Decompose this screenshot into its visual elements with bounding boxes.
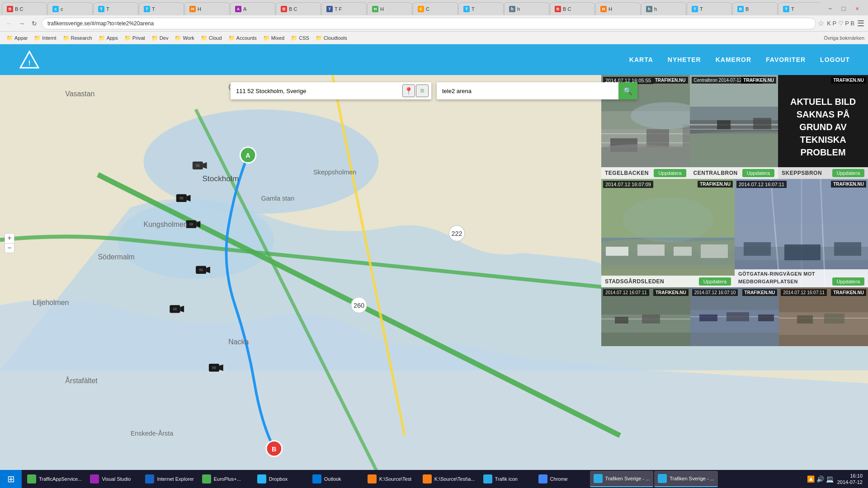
taskbar-item-4[interactable]: Dropbox <box>254 471 308 487</box>
bookmark-appar[interactable]: 📁Appar <box>4 34 30 42</box>
tab-t13[interactable]: BB C <box>550 2 595 15</box>
camera-centralbron[interactable]: Centralbron 2014-07-12 16:06:19 TRAFIKEN… <box>690 75 778 179</box>
taskbar-item-6[interactable]: K:\Source\Test <box>364 471 418 487</box>
taskbar-item-10[interactable]: Trafiken Sverige - ... <box>590 471 654 487</box>
tab-t8[interactable]: TT F <box>321 2 367 15</box>
taskbar-item-2[interactable]: Internet Explorer <box>142 471 197 487</box>
nav-logout[interactable]: LOGOUT <box>820 56 850 63</box>
close-button[interactable]: × <box>852 3 863 14</box>
camera-skeppsbron[interactable]: TRAFIKEN.NU AKTUELL BILD SAKNAS PÅ GRUND… <box>778 75 868 179</box>
camera-stadsgardsleden-update[interactable]: Uppdatera <box>699 277 731 286</box>
site-logo[interactable]: ! <box>18 48 41 71</box>
tab-label: T <box>472 6 499 12</box>
menu-icon[interactable]: ☰ <box>857 19 864 28</box>
taskbar-item-5[interactable]: Outlook <box>309 471 363 487</box>
bookmark-icon[interactable]: ☆ <box>818 19 824 28</box>
zoom-out-button[interactable]: − <box>5 243 14 253</box>
camera-bottom-3[interactable]: 2014.07.12 16:07:11 TRAFIKEN.NU <box>779 287 868 346</box>
tab-t4[interactable]: TT <box>139 2 184 15</box>
tab-t1[interactable]: BB C <box>2 2 47 15</box>
bookmark-dev[interactable]: 📁Dev <box>149 34 171 42</box>
taskbar-item-7[interactable]: K:\Source\Test\a... <box>419 471 479 487</box>
nav-karta[interactable]: KARTA <box>629 56 653 63</box>
tab-favicon: T <box>144 6 150 12</box>
taskbar-item-label: Chrome <box>550 476 568 482</box>
location-icon-button[interactable]: 📍 <box>402 84 415 97</box>
bookmarks-overflow[interactable]: Övriga bokmärken <box>824 35 864 41</box>
bookmark-label: Internt <box>42 35 56 41</box>
taskbar-start-button[interactable]: ⊞ <box>0 470 22 488</box>
taskbar-item-8[interactable]: Trafik icon <box>480 471 534 487</box>
tab-t9[interactable]: HH <box>367 2 412 15</box>
tab-t18[interactable]: TT <box>778 2 821 15</box>
forward-button[interactable]: → <box>16 18 27 29</box>
tab-t14[interactable]: HH <box>595 2 641 15</box>
tab-t2[interactable]: cc <box>47 2 93 15</box>
nav-favoriter[interactable]: FAVORITER <box>766 56 806 63</box>
maximize-button[interactable]: □ <box>838 3 849 14</box>
camera-tegelbacken-update[interactable]: Uppdatera <box>654 169 686 177</box>
tab-t15[interactable]: hh <box>641 2 686 15</box>
taskbar-item-9[interactable]: Chrome <box>535 471 589 487</box>
tab-t7[interactable]: BB C <box>276 2 321 15</box>
back-button[interactable]: ← <box>4 18 14 29</box>
camera-stadsgardsleden-watermark: TRAFIKEN.NU <box>698 181 733 188</box>
tab-label: H <box>380 6 407 12</box>
taskbar-item-label: K:\Source\Test\a... <box>434 476 475 482</box>
tab-label: H <box>609 6 636 12</box>
taskbar-clock[interactable]: 16:10 2014-07-12 <box>837 473 863 486</box>
camera-bottom1-watermark: TRAFIKEN.NU <box>653 289 689 296</box>
camera-bottom-1[interactable]: 2014.07.12 16:07:11 TRAFIKEN.NU <box>601 287 690 346</box>
tab-t3[interactable]: TT <box>93 2 138 15</box>
camera-gotgatan[interactable]: 2014.07.12 16:07:11 TRAFIKEN.NU GÖTGATAN… <box>735 179 868 287</box>
location-search-input[interactable] <box>231 88 400 94</box>
bookmark-cloudtools[interactable]: 📁Cloudtools <box>313 34 350 42</box>
taskbar-item-1[interactable]: Visual Studio <box>86 471 141 487</box>
tab-t12[interactable]: hh <box>504 2 549 15</box>
notification-icons: 🔼 🔊 💻 <box>807 475 834 483</box>
taskbar-app-icon <box>594 474 603 483</box>
website: ! KARTA NYHETER KAMEROR FAVORITER LOGOUT <box>0 44 868 470</box>
search-go-button[interactable]: 🔍 <box>618 82 637 99</box>
address-bar[interactable] <box>42 18 816 29</box>
bookmark-cloud[interactable]: 📁Cloud <box>198 34 225 42</box>
svg-text:Stockholm: Stockholm <box>203 174 239 183</box>
bookmark-privat[interactable]: 📁Privat <box>122 34 148 42</box>
svg-text:!: ! <box>28 59 31 66</box>
tab-favicon: B <box>7 6 13 12</box>
camera-skeppsbron-update[interactable]: Uppdatera <box>832 169 864 177</box>
camera-gotgatan-update[interactable]: Uppdatera <box>832 277 864 286</box>
taskbar-item-3[interactable]: EuroPlus+... <box>198 471 253 487</box>
bookmark-accounts[interactable]: 📁Accounts <box>226 34 259 42</box>
tab-t10[interactable]: CC <box>413 2 458 15</box>
destination-search-input[interactable] <box>437 88 618 94</box>
nav-nyheter[interactable]: NYHETER <box>668 56 701 63</box>
tab-t5[interactable]: HH <box>184 2 230 15</box>
tab-t16[interactable]: TT <box>687 2 732 15</box>
tab-t11[interactable]: TT <box>458 2 504 15</box>
tab-label: H <box>198 6 225 12</box>
list-icon-button[interactable]: ≡ <box>416 84 429 97</box>
bookmark-css[interactable]: 📁CSS <box>288 34 312 42</box>
reload-button[interactable]: ↻ <box>29 18 40 29</box>
bookmark-work[interactable]: 📁Work <box>172 34 197 42</box>
search-left-box: 📍 ≡ <box>231 82 431 99</box>
bookmark-apps[interactable]: 📁Apps <box>96 34 121 42</box>
bookmark-internt[interactable]: 📁Internt <box>31 34 59 42</box>
camera-row-2: 2014.07.12 16:07:09 TRAFIKEN.NU STADSGÅR… <box>601 179 868 287</box>
bookmark-research[interactable]: 📁Research <box>60 34 95 42</box>
camera-stadsgardsleden[interactable]: 2014.07.12 16:07:09 TRAFIKEN.NU STADSGÅR… <box>601 179 735 287</box>
taskbar-item-0[interactable]: TrafficAppService... <box>24 471 85 487</box>
zoom-in-button[interactable]: + <box>5 233 14 243</box>
tab-t17[interactable]: BB <box>732 2 778 15</box>
camera-centralbron-update[interactable]: Uppdatera <box>742 169 774 177</box>
camera-bottom-2[interactable]: 2014.07.12 16:07:10 TRAFIKEN.NU <box>690 287 779 346</box>
bookmark-label: Cloud <box>209 35 222 41</box>
bookmark-label: Accounts <box>236 35 257 41</box>
minimize-button[interactable]: − <box>825 3 835 14</box>
svg-rect-15 <box>196 164 200 167</box>
tab-t6[interactable]: AA <box>230 2 275 15</box>
nav-kameror[interactable]: KAMEROR <box>716 56 751 63</box>
bookmark-mixed[interactable]: 📁Mixed <box>260 34 287 42</box>
taskbar-item-11[interactable]: Trafiken Sverige - ... <box>654 471 718 487</box>
